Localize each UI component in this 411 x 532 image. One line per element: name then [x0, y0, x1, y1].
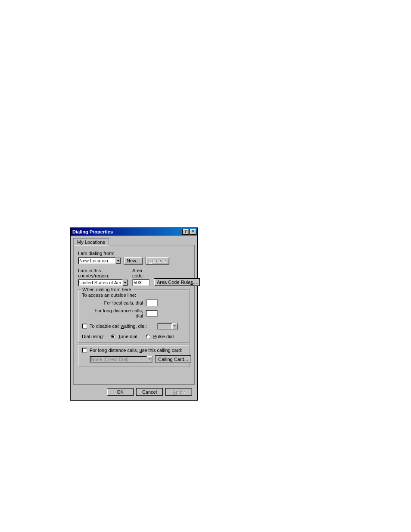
calling-card-button[interactable]: Calling Card... — [155, 355, 191, 363]
country-combo[interactable] — [78, 279, 128, 286]
ok-button[interactable]: OK — [107, 388, 134, 396]
pulse-dial-radio[interactable] — [146, 334, 150, 339]
chevron-down-icon — [172, 323, 178, 330]
tab-panel: I am dialing from: New... Remove — [73, 245, 195, 385]
dialing-from-combo[interactable] — [78, 257, 121, 264]
dialing-from-label: I am dialing from: — [78, 251, 190, 256]
dialing-from-value[interactable] — [78, 257, 115, 264]
local-calls-label: For local calls, dial — [90, 300, 143, 305]
calling-card-label: For long distance calls, use this callin… — [90, 348, 182, 353]
cancel-button[interactable]: Cancel — [136, 388, 163, 396]
calling-card-combo — [90, 356, 153, 363]
chevron-down-icon[interactable] — [115, 257, 121, 264]
area-code-label: Area code: — [132, 268, 149, 278]
remove-location-button[interactable]: Remove — [146, 257, 169, 264]
area-code-rules-button[interactable]: Area Code Rules... — [154, 278, 200, 286]
dial-using-label: Dial using: — [82, 334, 104, 339]
long-distance-input[interactable] — [146, 310, 158, 317]
help-button[interactable]: ? — [182, 229, 189, 235]
country-value[interactable] — [78, 279, 122, 286]
tone-dial-radio[interactable] — [111, 334, 115, 339]
call-waiting-combo — [157, 323, 178, 330]
tone-dial-label: Tone dial — [118, 334, 137, 339]
close-button[interactable]: × — [190, 229, 196, 235]
local-calls-input[interactable] — [146, 299, 158, 306]
dialing-properties-dialog: Dialing Properties ? × My Locations I am… — [70, 227, 198, 401]
tab-my-locations[interactable]: My Locations — [73, 238, 109, 246]
call-waiting-value — [157, 323, 172, 330]
titlebar[interactable]: Dialing Properties ? × — [71, 228, 197, 236]
apply-button[interactable]: Apply — [165, 388, 192, 396]
titlebar-title: Dialing Properties — [72, 228, 113, 235]
new-location-button[interactable]: New... — [124, 257, 143, 264]
chevron-down-icon[interactable] — [122, 279, 128, 286]
calling-card-value — [90, 356, 146, 363]
area-code-input[interactable] — [132, 279, 149, 286]
calling-card-group: For long distance calls, use this callin… — [78, 345, 190, 367]
outside-line-label: To access an outside line: — [82, 292, 186, 298]
when-dialing-group: When dialing from here To access an outs… — [78, 289, 190, 343]
chevron-down-icon — [146, 356, 153, 363]
calling-card-checkbox[interactable] — [82, 348, 87, 353]
long-distance-label: For long distance calls, dial — [90, 308, 143, 318]
call-waiting-checkbox[interactable] — [82, 324, 87, 329]
country-label: I am in this country/region: — [78, 268, 128, 278]
when-dialing-legend: When dialing from here — [81, 287, 133, 292]
pulse-dial-label: Pulse dial — [153, 334, 174, 339]
call-waiting-label: To disable call waiting, dial: — [90, 324, 147, 329]
